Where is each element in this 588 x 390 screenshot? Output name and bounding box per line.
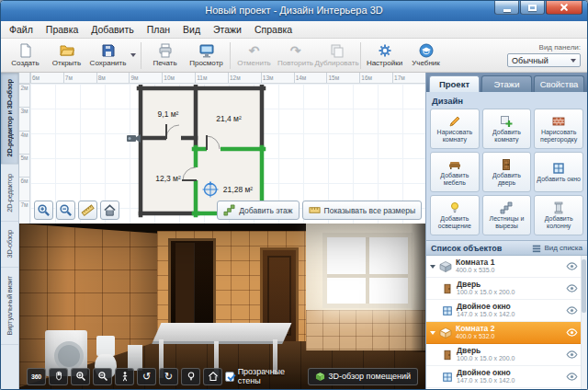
add-column-button[interactable]: Добавить колонну	[534, 195, 583, 235]
zoom-in-button[interactable]	[34, 201, 53, 220]
plan-editor-2d: 6м7м8м9м10м11м12м13м14м15м16м17м 2м3м4м5…	[19, 73, 425, 224]
light-bulb-icon	[186, 371, 197, 382]
home-view-button[interactable]	[100, 201, 119, 220]
menu-floors[interactable]: Этажи	[207, 21, 248, 38]
add-door-button[interactable]: Добавить дверь	[482, 152, 532, 192]
rotate-left-button[interactable]: ↺	[137, 368, 156, 385]
maximize-icon	[528, 5, 537, 11]
view-mode-tabs: 2D-редактор и 3D-обзор 2D-редактор 3D-об…	[1, 73, 19, 389]
new-button[interactable]: Создать	[5, 40, 46, 71]
zoom-out-button[interactable]	[56, 201, 75, 220]
draw-partition-button[interactable]: Нарисовать перегородку	[534, 109, 583, 149]
add-floor-button[interactable]: Добавить этаж	[217, 201, 299, 220]
visibility-eye-icon[interactable]	[566, 328, 578, 337]
door-icon	[442, 350, 453, 361]
tab-2d-editor[interactable]: 2D-редактор	[1, 165, 18, 222]
redo-button[interactable]: ↷ Повторить	[275, 40, 316, 71]
home-view-3d-button[interactable]	[203, 368, 222, 385]
objects-scrollbar[interactable]	[581, 256, 587, 389]
viewport-3d[interactable]: 360 ↺ ↻ Прозрачные стены	[19, 224, 425, 389]
transparent-walls-checkbox[interactable]	[225, 372, 234, 382]
show-all-dimensions-button[interactable]: Показывать все размеры	[302, 201, 422, 220]
list-view-button[interactable]: Вид списка	[532, 244, 582, 253]
object-row-window[interactable]: Двойное окно 147.0 x 15.0 x 142.0	[426, 366, 587, 388]
undo-button[interactable]: ↶ Отменить	[233, 40, 275, 71]
pan-hand-button[interactable]	[49, 368, 68, 385]
tab-virtual-visit[interactable]: Виртуальный визит	[1, 268, 18, 345]
tab-3d-view[interactable]: 3D-обзор	[1, 222, 18, 268]
measure-button[interactable]	[78, 201, 97, 220]
scene-table	[153, 323, 292, 341]
visibility-eye-icon[interactable]	[566, 284, 578, 292]
minimize-icon	[503, 9, 511, 12]
open-button[interactable]: Открыть	[46, 40, 87, 71]
tab-2d-and-3d[interactable]: 2D-редактор и 3D-обзор	[1, 73, 18, 165]
printer-icon	[158, 43, 173, 58]
save-dropdown-button[interactable]	[129, 40, 138, 71]
rotate-right-button[interactable]: ↻	[159, 368, 178, 385]
settings-button[interactable]: Настройки	[364, 40, 405, 71]
expander-icon[interactable]	[430, 265, 435, 269]
camera-icon[interactable]	[126, 132, 142, 144]
visibility-eye-icon[interactable]	[566, 350, 578, 359]
window-icon	[442, 305, 453, 316]
duplicate-button[interactable]: Дублировать	[316, 40, 357, 71]
list-icon	[532, 244, 541, 253]
add-window-button[interactable]: Добавить окно	[534, 152, 583, 192]
menu-file[interactable]: Файл	[3, 21, 40, 38]
visibility-eye-icon[interactable]	[566, 262, 578, 270]
object-row-door[interactable]: Дверь 100.0 x 15.0 x 200.0	[426, 278, 587, 300]
rotate-360-button[interactable]: 360	[27, 368, 46, 385]
tab-properties[interactable]: Свойства	[534, 75, 584, 92]
transparent-walls-toggle[interactable]: Прозрачные стены	[225, 367, 300, 385]
zoom-in-3d-button[interactable]	[71, 368, 90, 385]
draw-room-button[interactable]: Нарисовать комнату	[430, 109, 480, 149]
close-button[interactable]	[546, 1, 582, 15]
room-area-label: 21,4 м²	[216, 114, 242, 123]
design-buttons-grid: Нарисовать комнату Добавить комнату Нари…	[426, 108, 587, 240]
menu-plan[interactable]: План	[141, 21, 176, 38]
object-row-room-1[interactable]: Комната 1 400.0 x 535.0	[426, 256, 587, 278]
stairs-icon	[500, 201, 513, 214]
tab-project[interactable]: Проект	[429, 75, 480, 92]
plan-canvas[interactable]: 9,1 м² 21,4 м² 21,28 м² 12,3 м²	[30, 84, 425, 224]
room-overview-button[interactable]: 3D-обзор помещений	[308, 368, 418, 385]
save-floppy-icon	[101, 43, 116, 58]
stairs-and-cutouts-button[interactable]: Лестницы и вырезы	[482, 195, 532, 235]
maximize-button[interactable]	[520, 1, 545, 15]
design-section-header: Дизайн	[426, 92, 587, 108]
print-button[interactable]: Печать	[144, 40, 186, 71]
add-furniture-button[interactable]: Добавить мебель	[430, 152, 480, 192]
object-row-room-2-selected[interactable]: Комната 2 400.0 x 532.0	[426, 322, 587, 344]
stairs-icon	[223, 204, 235, 216]
tab-floors[interactable]: Этажи	[481, 75, 532, 92]
tutorial-button[interactable]: Учебник	[405, 40, 447, 71]
menu-add[interactable]: Добавить	[85, 21, 140, 38]
walk-mode-button[interactable]	[115, 368, 134, 385]
duplicate-icon	[330, 43, 345, 58]
menu-help[interactable]: Справка	[248, 21, 299, 38]
menu-view[interactable]: Вид	[176, 21, 207, 38]
preview-button[interactable]: Просмотр	[186, 40, 227, 71]
visibility-eye-icon[interactable]	[566, 373, 578, 381]
view-panel-select[interactable]: Обычный	[507, 53, 581, 67]
object-row-door[interactable]: Дверь 100.0 x 15.0 x 200.0	[426, 344, 587, 366]
zoom-in-icon	[75, 371, 86, 382]
add-lighting-button[interactable]: Добавить освещение	[430, 195, 480, 235]
view-panel-value: Обычный	[512, 56, 548, 65]
main-toolbar: Создать Открыть Сохранить Печать Просмот…	[1, 39, 587, 73]
title-bar[interactable]: Новый проект - Дизайн Интерьера 3D	[1, 1, 587, 21]
settings-label: Настройки	[367, 59, 402, 67]
expander-icon[interactable]	[430, 331, 435, 335]
visibility-eye-icon[interactable]	[566, 306, 578, 315]
add-room-button[interactable]: Добавить комнату	[482, 109, 532, 149]
object-row-window[interactable]: Двойное окно 147.0 x 15.0 x 142.0	[426, 300, 587, 322]
menu-edit[interactable]: Правка	[40, 21, 85, 38]
minimize-button[interactable]	[494, 1, 519, 15]
app-window: Новый проект - Дизайн Интерьера 3D Файл …	[0, 0, 588, 390]
zoom-out-3d-button[interactable]	[93, 368, 112, 385]
scrollbar-thumb[interactable]	[582, 259, 586, 313]
column-icon	[552, 201, 565, 214]
lighting-button[interactable]	[181, 368, 200, 385]
save-button[interactable]: Сохранить	[87, 40, 129, 71]
